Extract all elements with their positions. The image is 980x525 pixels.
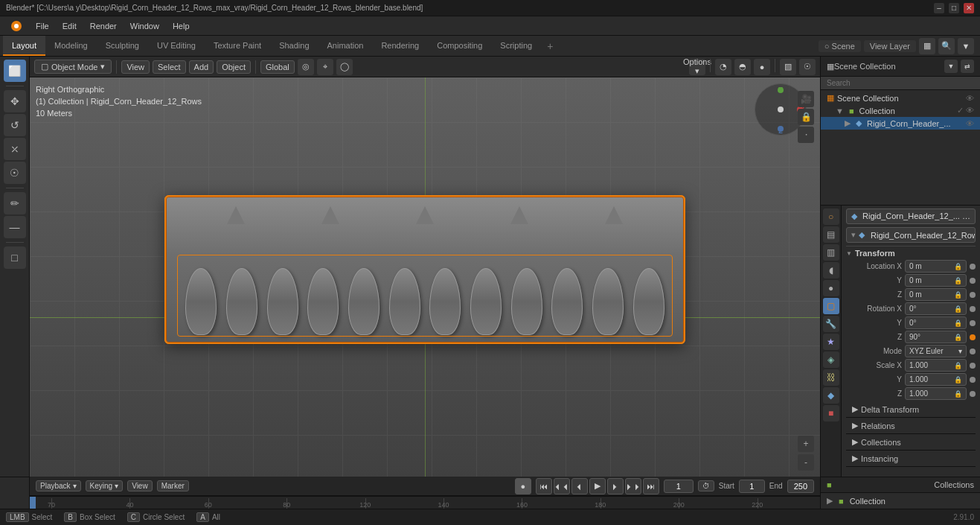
tab-shading[interactable]: Shading <box>270 36 318 56</box>
mode-dot[interactable] <box>970 349 976 354</box>
tab-compositing[interactable]: Compositing <box>428 36 491 56</box>
loc-z-keyframe-dot[interactable] <box>970 292 976 298</box>
viewport-shading-rendered[interactable]: ● <box>754 59 770 75</box>
loc-x-lock[interactable]: 🔒 <box>954 263 962 270</box>
menu-help[interactable]: Help <box>167 20 196 32</box>
timeline-track-area[interactable]: 70 40 60 80 120 140 160 1 <box>30 496 820 509</box>
scale-x-lock[interactable]: 🔒 <box>954 362 962 369</box>
scale-z-value[interactable]: 1.000 🔒 <box>905 387 967 400</box>
scale-x-dot[interactable] <box>970 363 976 369</box>
filter-btn[interactable]: ▼ <box>958 38 974 54</box>
props-tab-physics[interactable]: ◈ <box>823 351 839 368</box>
snap-toggle[interactable]: ⌖ <box>317 59 333 75</box>
outliner-item-rigid-corn[interactable]: ▶ ◆ Rigid_Corn_Header_... 👁 <box>821 117 980 130</box>
location-z-value[interactable]: 0 m 🔒 <box>905 288 967 301</box>
props-tab-view-layer[interactable]: ▥ <box>823 244 839 261</box>
annotate-tool[interactable]: ✏ <box>4 192 26 214</box>
item-visibility[interactable]: 👁 <box>966 119 974 128</box>
scene-search-btn[interactable]: 🔍 <box>938 38 955 54</box>
rot-z-dot[interactable] <box>970 334 976 340</box>
menu-blender[interactable] <box>4 19 28 34</box>
rot-x-dot[interactable] <box>970 306 976 312</box>
scale-y-value[interactable]: 1.000 🔒 <box>905 373 967 386</box>
loc-x-keyframe-dot[interactable] <box>970 264 976 270</box>
maximize-button[interactable]: □ <box>949 3 959 13</box>
select-tool[interactable]: ⬜ <box>4 60 26 82</box>
tab-rendering[interactable]: Rendering <box>372 36 428 56</box>
tab-modeling[interactable]: Modeling <box>45 36 97 56</box>
props-tab-data[interactable]: ◆ <box>823 387 839 404</box>
lock-rotation-btn[interactable]: 🔒 <box>798 109 814 125</box>
move-tool[interactable]: ✥ <box>4 90 26 112</box>
add-workspace-button[interactable]: + <box>541 36 559 56</box>
fps-display[interactable]: ⏱ <box>698 480 714 491</box>
delta-transform-section[interactable]: ▶ Delta Transform <box>846 401 976 418</box>
instancing-section[interactable]: ▶ Instancing <box>846 451 976 467</box>
rotation-z-value[interactable]: 90° 🔒 <box>905 331 967 343</box>
scale-x-value[interactable]: 1.000 🔒 <box>905 359 967 372</box>
menu-file[interactable]: File <box>30 20 55 32</box>
options-btn[interactable]: Options ▾ <box>689 59 705 75</box>
props-tab-particles[interactable]: ★ <box>823 334 839 350</box>
scale-y-dot[interactable] <box>970 377 976 383</box>
keyframe-dot-btn[interactable]: ● <box>515 478 531 494</box>
viewport-shading-solid[interactable]: ◔ <box>715 59 731 75</box>
loc-y-keyframe-dot[interactable] <box>970 278 976 284</box>
props-tab-world[interactable]: ● <box>823 280 839 296</box>
minimize-button[interactable]: – <box>934 3 944 13</box>
next-keyframe-btn[interactable]: ⏵⏵ <box>625 478 641 494</box>
add-cube-tool[interactable]: □ <box>4 246 26 269</box>
object-name-field[interactable]: ◆ Rigid_Corn_Header_12_... 📍 <box>846 209 976 224</box>
rotation-x-value[interactable]: 0° 🔒 <box>905 302 967 315</box>
scale-y-lock[interactable]: 🔒 <box>954 376 962 384</box>
current-frame-display[interactable]: 1 <box>664 480 694 493</box>
mode-value[interactable]: XYZ Euler ▾ <box>905 345 967 357</box>
location-x-value[interactable]: 0 m 🔒 <box>905 260 967 273</box>
frame-start-display[interactable]: 1 <box>739 480 765 493</box>
select-menu-btn[interactable]: Select <box>153 60 186 74</box>
outliner-filter[interactable]: ▼ <box>944 60 958 73</box>
transform-section-header[interactable]: ▼ Transform <box>846 246 976 260</box>
scale-z-dot[interactable] <box>970 391 976 397</box>
outliner-item-collection[interactable]: ▼ ■ Collection ✓ 👁 <box>821 104 980 117</box>
tab-uv-editing[interactable]: UV Editing <box>148 36 205 56</box>
object-pin-icon[interactable]: 📍 <box>962 211 973 220</box>
rot-x-lock[interactable]: 🔒 <box>954 305 962 313</box>
tab-layout[interactable]: Layout <box>3 36 45 56</box>
props-tab-scene[interactable]: ◖ <box>823 262 839 279</box>
play-btn[interactable]: ▶ <box>589 478 606 494</box>
marker-menu[interactable]: Marker <box>157 480 189 491</box>
collections-section[interactable]: ▶ Collections <box>846 434 976 451</box>
rot-y-lock[interactable]: 🔒 <box>954 319 962 327</box>
props-tab-material[interactable]: ■ <box>823 405 839 421</box>
collection-eye-icon[interactable]: 👁 <box>966 106 974 115</box>
tab-texture-paint[interactable]: Texture Paint <box>205 36 270 56</box>
close-button[interactable]: ✕ <box>964 3 974 13</box>
collection-vis-icon[interactable]: ✓ <box>957 106 964 115</box>
loc-y-lock[interactable]: 🔒 <box>954 277 962 284</box>
frame-end-display[interactable]: 250 <box>787 480 814 493</box>
tab-animation[interactable]: Animation <box>318 36 373 56</box>
object-menu-btn[interactable]: Object <box>217 60 251 74</box>
quad-view-btn[interactable]: ⬝ <box>798 127 814 143</box>
playback-menu[interactable]: Playback ▾ <box>36 480 81 491</box>
menu-render[interactable]: Render <box>84 20 123 32</box>
rotation-y-value[interactable]: 0° 🔒 <box>905 316 967 329</box>
outliner-item-scene-collection[interactable]: ▦ Scene Collection 👁 <box>821 92 980 104</box>
transform-pivot[interactable]: ◎ <box>298 59 314 75</box>
jump-to-start-btn[interactable]: ⏮ <box>536 478 552 494</box>
render-settings-btn[interactable]: ▦ <box>919 38 935 54</box>
keying-menu[interactable]: Keying ▾ <box>86 480 124 491</box>
corn-header-object[interactable] <box>164 195 685 344</box>
camera-view-btn[interactable]: 🎥 <box>798 91 814 107</box>
props-tab-render[interactable]: ○ <box>823 209 839 225</box>
prev-keyframe-btn[interactable]: ⏴⏴ <box>554 478 570 494</box>
scale-z-lock[interactable]: 🔒 <box>954 390 962 398</box>
zoom-in-btn[interactable]: + <box>798 436 814 452</box>
view-menu-btn[interactable]: View <box>121 60 150 74</box>
jump-to-end-btn[interactable]: ⏭ <box>643 478 659 494</box>
prev-frame-btn[interactable]: ⏴ <box>571 478 588 494</box>
outliner-search[interactable] <box>821 77 980 90</box>
transform-selector[interactable]: Global <box>260 60 295 74</box>
rot-y-dot[interactable] <box>970 320 976 326</box>
